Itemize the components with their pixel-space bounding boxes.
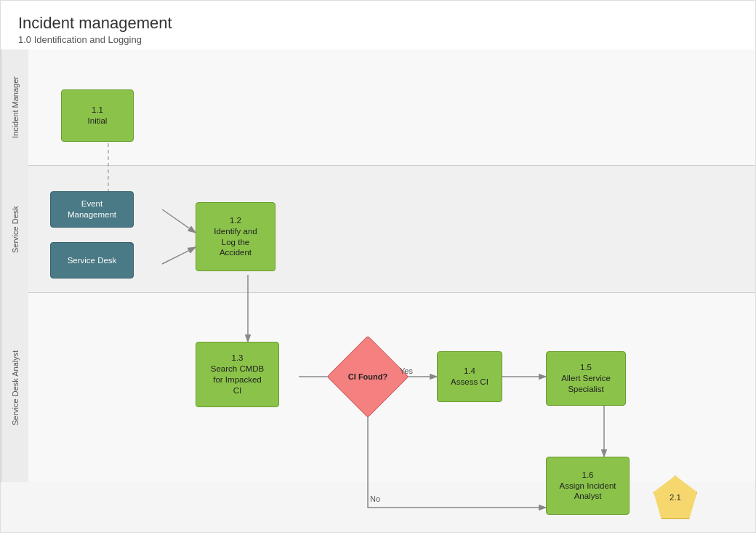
node-1-3-label: 1.3Search CMDBfor ImpackedCI <box>211 353 265 396</box>
node-ci-found-label: CI Found? <box>348 372 387 382</box>
node-service-desk-label: Service Desk <box>68 255 117 266</box>
lane-bg-servicedesk <box>28 166 755 293</box>
page-title: Incident management <box>18 14 738 33</box>
node-1-1-label: 1.1Initial <box>88 105 108 127</box>
node-1-6-assign[interactable]: 1.6Assign IncidentAnalyst <box>546 457 630 515</box>
header: Incident management 1.0 Identification a… <box>1 1 755 49</box>
lane-bg-incident <box>28 49 755 166</box>
arrow-label-yes: Yes <box>400 366 413 375</box>
node-1-2-identify[interactable]: 1.2Identify andLog theAccident <box>196 202 276 271</box>
lane-label-service-desk: Service Desk <box>1 166 28 293</box>
node-service-desk-input[interactable]: Service Desk <box>50 242 134 278</box>
page-subtitle: 1.0 Identification and Logging <box>18 34 738 45</box>
arrow-label-no: No <box>370 494 380 503</box>
node-1-4-label: 1.4Assess CI <box>451 366 488 388</box>
diagram-area: Incident Manager Service Desk Service De… <box>1 49 755 532</box>
node-1-5-label: 1.5Allert ServiceSpecialist <box>561 362 611 395</box>
lane-label-incident-manager: Incident Manager <box>1 49 28 166</box>
node-1-6-label: 1.6Assign IncidentAnalyst <box>560 470 616 502</box>
node-2-1-pentagon[interactable]: 2.1 <box>654 476 697 519</box>
node-1-2-label: 1.2Identify andLog theAccident <box>214 215 257 259</box>
node-2-1-label: 2.1 <box>669 492 681 503</box>
node-1-5-alert[interactable]: 1.5Allert ServiceSpecialist <box>546 351 626 406</box>
lane-label-analyst: Service Desk Analyst <box>1 293 28 482</box>
node-event-management[interactable]: EventManagement <box>50 191 134 228</box>
node-1-4-assess[interactable]: 1.4Assess CI <box>437 351 502 402</box>
node-1-3-search[interactable]: 1.3Search CMDBfor ImpackedCI <box>196 342 279 407</box>
node-1-1-initial[interactable]: 1.1Initial <box>61 89 134 142</box>
main-container: Incident management 1.0 Identification a… <box>0 0 756 533</box>
node-event-label: EventManagement <box>68 199 116 220</box>
